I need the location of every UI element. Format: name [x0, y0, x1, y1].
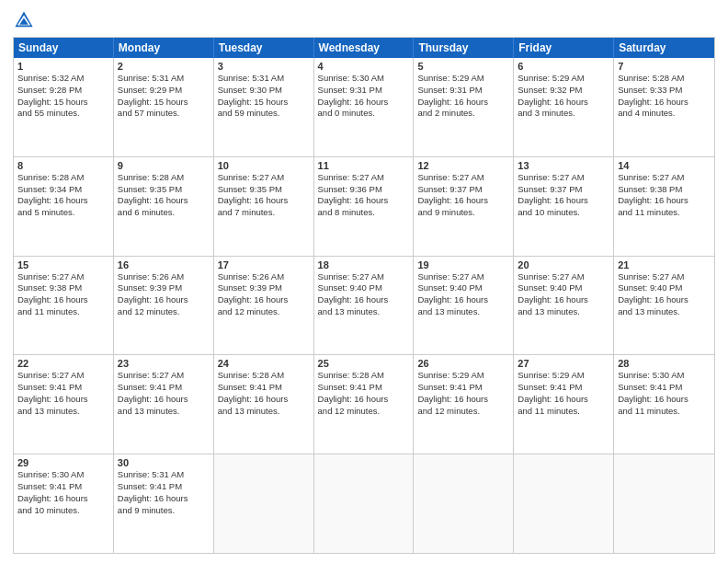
- calendar-week-1: 1Sunrise: 5:32 AMSunset: 9:28 PMDaylight…: [14, 58, 714, 156]
- table-row: [514, 454, 614, 553]
- table-row: 21Sunrise: 5:27 AMSunset: 9:40 PMDayligh…: [614, 257, 714, 355]
- table-row: 20Sunrise: 5:27 AMSunset: 9:40 PMDayligh…: [514, 257, 614, 355]
- table-row: 28Sunrise: 5:30 AMSunset: 9:41 PMDayligh…: [614, 355, 714, 454]
- table-row: [614, 454, 714, 553]
- table-row: 11Sunrise: 5:27 AMSunset: 9:36 PMDayligh…: [314, 157, 415, 256]
- header-day-monday: Monday: [114, 38, 214, 58]
- header-day-thursday: Thursday: [414, 38, 514, 58]
- table-row: 4Sunrise: 5:30 AMSunset: 9:31 PMDaylight…: [314, 58, 415, 156]
- table-row: 7Sunrise: 5:28 AMSunset: 9:33 PMDaylight…: [614, 58, 714, 156]
- table-row: 25Sunrise: 5:28 AMSunset: 9:41 PMDayligh…: [314, 355, 415, 454]
- table-row: 30Sunrise: 5:31 AMSunset: 9:41 PMDayligh…: [114, 454, 214, 553]
- table-row: 10Sunrise: 5:27 AMSunset: 9:35 PMDayligh…: [214, 157, 314, 256]
- logo-icon: [13, 9, 35, 31]
- logo: [13, 9, 39, 31]
- page: SundayMondayTuesdayWednesdayThursdayFrid…: [0, 0, 728, 563]
- table-row: 13Sunrise: 5:27 AMSunset: 9:37 PMDayligh…: [514, 157, 614, 256]
- calendar: SundayMondayTuesdayWednesdayThursdayFrid…: [13, 37, 715, 554]
- table-row: 24Sunrise: 5:28 AMSunset: 9:41 PMDayligh…: [214, 355, 314, 454]
- calendar-week-3: 15Sunrise: 5:27 AMSunset: 9:38 PMDayligh…: [14, 256, 714, 355]
- table-row: 18Sunrise: 5:27 AMSunset: 9:40 PMDayligh…: [314, 257, 415, 355]
- header-day-friday: Friday: [514, 38, 614, 58]
- calendar-body: 1Sunrise: 5:32 AMSunset: 9:28 PMDaylight…: [14, 58, 714, 553]
- table-row: [414, 454, 514, 553]
- table-row: 9Sunrise: 5:28 AMSunset: 9:35 PMDaylight…: [114, 157, 214, 256]
- table-row: 8Sunrise: 5:28 AMSunset: 9:34 PMDaylight…: [14, 157, 114, 256]
- table-row: 6Sunrise: 5:29 AMSunset: 9:32 PMDaylight…: [514, 58, 614, 156]
- table-row: 19Sunrise: 5:27 AMSunset: 9:40 PMDayligh…: [414, 257, 514, 355]
- header-day-wednesday: Wednesday: [314, 38, 415, 58]
- table-row: [214, 454, 314, 553]
- table-row: 5Sunrise: 5:29 AMSunset: 9:31 PMDaylight…: [414, 58, 514, 156]
- calendar-week-2: 8Sunrise: 5:28 AMSunset: 9:34 PMDaylight…: [14, 156, 714, 256]
- header-day-tuesday: Tuesday: [214, 38, 314, 58]
- table-row: 12Sunrise: 5:27 AMSunset: 9:37 PMDayligh…: [414, 157, 514, 256]
- header-day-sunday: Sunday: [14, 38, 114, 58]
- table-row: 1Sunrise: 5:32 AMSunset: 9:28 PMDaylight…: [14, 58, 114, 156]
- calendar-header: SundayMondayTuesdayWednesdayThursdayFrid…: [14, 38, 714, 58]
- table-row: 3Sunrise: 5:31 AMSunset: 9:30 PMDaylight…: [214, 58, 314, 156]
- header-day-saturday: Saturday: [614, 38, 714, 58]
- calendar-week-4: 22Sunrise: 5:27 AMSunset: 9:41 PMDayligh…: [14, 354, 714, 454]
- table-row: 27Sunrise: 5:29 AMSunset: 9:41 PMDayligh…: [514, 355, 614, 454]
- table-row: 17Sunrise: 5:26 AMSunset: 9:39 PMDayligh…: [214, 257, 314, 355]
- table-row: [314, 454, 415, 553]
- table-row: 29Sunrise: 5:30 AMSunset: 9:41 PMDayligh…: [14, 454, 114, 553]
- table-row: 23Sunrise: 5:27 AMSunset: 9:41 PMDayligh…: [114, 355, 214, 454]
- table-row: 16Sunrise: 5:26 AMSunset: 9:39 PMDayligh…: [114, 257, 214, 355]
- table-row: 14Sunrise: 5:27 AMSunset: 9:38 PMDayligh…: [614, 157, 714, 256]
- header: [13, 9, 715, 31]
- calendar-week-5: 29Sunrise: 5:30 AMSunset: 9:41 PMDayligh…: [14, 454, 714, 553]
- table-row: 15Sunrise: 5:27 AMSunset: 9:38 PMDayligh…: [14, 257, 114, 355]
- table-row: 22Sunrise: 5:27 AMSunset: 9:41 PMDayligh…: [14, 355, 114, 454]
- table-row: 26Sunrise: 5:29 AMSunset: 9:41 PMDayligh…: [414, 355, 514, 454]
- table-row: 2Sunrise: 5:31 AMSunset: 9:29 PMDaylight…: [114, 58, 214, 156]
